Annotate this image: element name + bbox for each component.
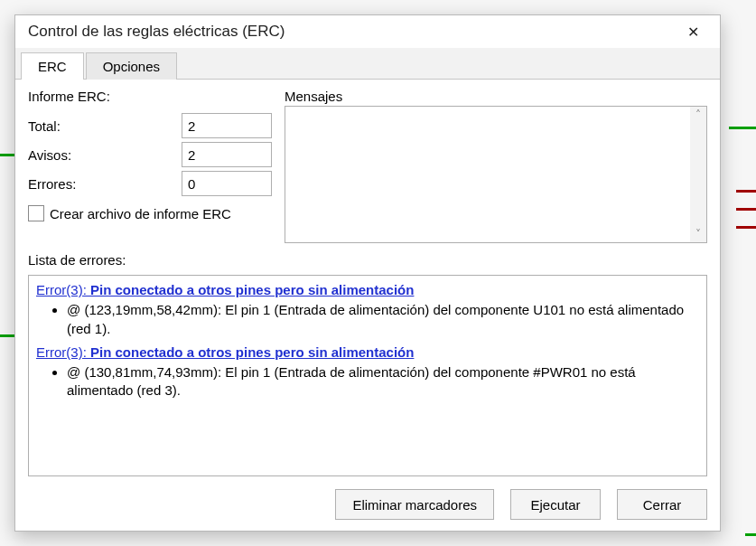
avisos-label: Avisos: (28, 147, 173, 163)
error-list-box[interactable]: Error(3): Pin conectado a otros pines pe… (28, 275, 707, 476)
error-link-prefix: Error(3): (36, 282, 90, 297)
total-label: Total: (28, 118, 173, 134)
create-report-checkbox-row[interactable]: Crear archivo de informe ERC (28, 205, 272, 221)
error-detail: @ (123,19mm,58,42mm): El pin 1 (Entrada … (67, 301, 699, 338)
report-group: Informe ERC: Total: Avisos: Errores: Cre… (28, 89, 272, 243)
error-link-title: Pin conectado a otros pines pero sin ali… (90, 282, 414, 297)
run-button[interactable]: Ejecutar (510, 489, 601, 520)
messages-scrollbar[interactable]: ˄ ˅ (690, 107, 706, 242)
messages-group: Mensajes ˄ ˅ (285, 89, 707, 243)
tab-opciones[interactable]: Opciones (86, 52, 177, 80)
errores-field[interactable] (182, 171, 272, 196)
error-detail: @ (130,81mm,74,93mm): El pin 1 (Entrada … (67, 363, 699, 400)
tab-erc[interactable]: ERC (21, 52, 84, 80)
messages-label: Mensajes (285, 89, 707, 104)
close-button[interactable]: Cerrar (617, 489, 707, 520)
clear-markers-button[interactable]: Eliminar marcadores (335, 489, 494, 520)
scroll-up-icon: ˄ (690, 107, 706, 123)
report-legend: Informe ERC: (28, 89, 272, 104)
error-item: Error(3): Pin conectado a otros pines pe… (36, 344, 699, 400)
create-report-label: Crear archivo de informe ERC (50, 206, 231, 221)
scroll-down-icon: ˅ (690, 226, 706, 242)
errores-label: Errores: (28, 176, 173, 192)
tab-strip: ERC Opciones (15, 48, 720, 80)
messages-textarea[interactable]: ˄ ˅ (285, 106, 707, 243)
error-link[interactable]: Error(3): Pin conectado a otros pines pe… (36, 282, 414, 297)
error-link-prefix: Error(3): (36, 344, 90, 360)
titlebar: Control de las reglas eléctricas (ERC) ✕ (15, 15, 720, 48)
error-link-title: Pin conectado a otros pines pero sin ali… (90, 344, 414, 360)
window-title: Control de las reglas eléctricas (ERC) (28, 23, 285, 41)
close-icon: ✕ (687, 24, 699, 41)
window-close-button[interactable]: ✕ (673, 18, 713, 45)
error-link[interactable]: Error(3): Pin conectado a otros pines pe… (36, 344, 414, 360)
avisos-field[interactable] (182, 142, 272, 167)
error-item: Error(3): Pin conectado a otros pines pe… (36, 281, 699, 338)
total-field[interactable] (182, 113, 272, 138)
checkbox-icon (28, 205, 44, 221)
dialog-erc: Control de las reglas eléctricas (ERC) ✕… (14, 14, 721, 532)
error-list-label: Lista de errores: (28, 252, 707, 268)
